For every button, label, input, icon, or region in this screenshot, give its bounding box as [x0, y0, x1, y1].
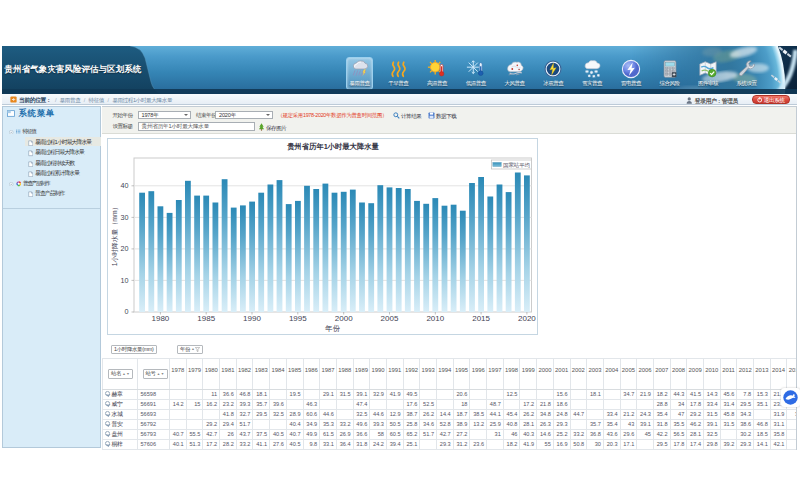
svg-text:30: 30	[120, 213, 128, 222]
svg-text:1990: 1990	[243, 314, 261, 323]
svg-text:2015: 2015	[472, 314, 490, 323]
svg-text:2005: 2005	[380, 314, 398, 323]
svg-text:10: 10	[120, 276, 128, 285]
svg-text:1985: 1985	[197, 314, 215, 323]
svg-text:2020: 2020	[518, 314, 536, 323]
svg-text:国家站平均: 国家站平均	[503, 162, 530, 169]
svg-text:2000: 2000	[334, 314, 352, 323]
svg-text:1小时降水量（mm）: 1小时降水量（mm）	[110, 204, 118, 267]
svg-text:2010: 2010	[426, 314, 444, 323]
svg-text:40: 40	[120, 181, 128, 190]
svg-text:20: 20	[120, 244, 128, 253]
svg-text:1980: 1980	[151, 314, 169, 323]
svg-text:年份: 年份	[324, 324, 341, 333]
svg-text:1995: 1995	[288, 314, 306, 323]
svg-text:0: 0	[124, 307, 128, 316]
svg-text:贵州省历年1小时最大降水量: 贵州省历年1小时最大降水量	[286, 142, 379, 151]
